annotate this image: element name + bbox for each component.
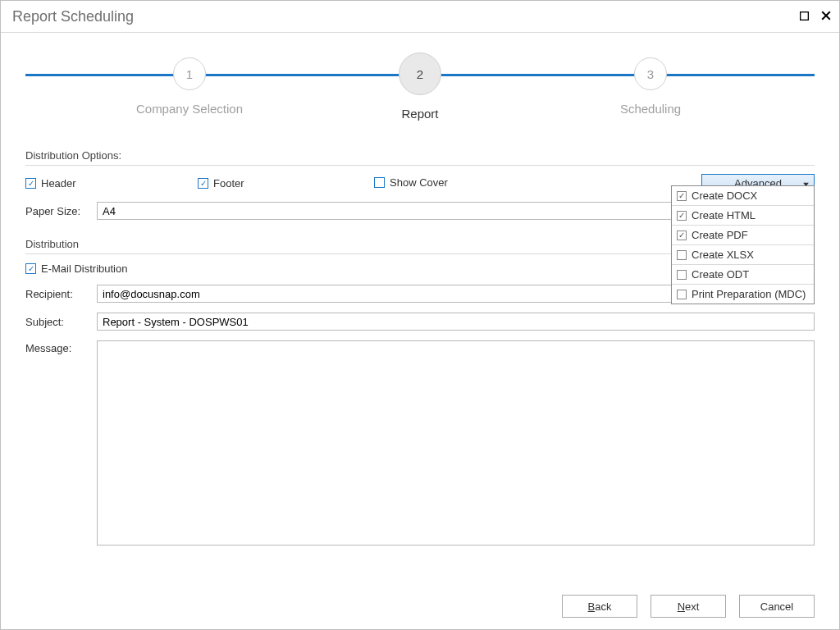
advanced-dropdown-menu: ✓ Create DOCX ✓ Create HTML ✓ Create PDF…: [671, 185, 815, 304]
checkbox-icon: ✓: [677, 191, 687, 201]
checkbox-icon: ✓: [25, 178, 36, 189]
advanced-menu-item-label: Print Preparation (MDC): [692, 288, 806, 300]
recipient-label: Recipient:: [25, 288, 89, 300]
message-textarea[interactable]: [97, 340, 815, 546]
checkbox-icon: ✓: [677, 211, 687, 221]
step-report[interactable]: 2 Report: [363, 48, 477, 121]
step-number: 2: [399, 52, 441, 95]
distribution-options-heading: Distribution Options:: [25, 149, 815, 162]
checkbox-icon: ✓: [25, 263, 36, 274]
close-icon[interactable]: [821, 11, 833, 22]
checkbox-icon: ✓: [374, 177, 385, 188]
cancel-button[interactable]: Cancel: [739, 595, 815, 618]
checkbox-icon: ✓: [677, 231, 687, 240]
email-distribution-checkbox[interactable]: ✓ E-Mail Distribution: [25, 262, 127, 275]
advanced-menu-item-label: Create PDF: [692, 229, 748, 241]
step-company-selection[interactable]: 1 Company Selection: [132, 48, 247, 121]
advanced-menu-item-label: Create ODT: [692, 268, 749, 281]
email-distribution-checkbox-label: E-Mail Distribution: [41, 262, 127, 275]
step-label: Report: [401, 107, 438, 121]
subject-label: Subject:: [25, 316, 89, 328]
maximize-icon[interactable]: [800, 11, 811, 22]
paper-size-label: Paper Size:: [25, 205, 89, 217]
step-scheduling[interactable]: 3 Scheduling: [593, 48, 708, 121]
advanced-menu-item-label: Create HTML: [692, 209, 756, 221]
paper-size-input[interactable]: [97, 202, 686, 220]
wizard-stepper: 1 Company Selection 2 Report 3 Schedulin…: [25, 48, 815, 130]
back-button[interactable]: Back: [562, 595, 637, 618]
message-label: Message:: [25, 340, 89, 354]
next-button[interactable]: Next: [651, 595, 726, 618]
step-number: 3: [634, 57, 667, 90]
advanced-menu-item-create-xlsx[interactable]: ✓ Create XLSX: [672, 245, 814, 265]
subject-input[interactable]: [97, 313, 815, 331]
step-label: Scheduling: [620, 102, 681, 116]
checkbox-icon: ✓: [198, 178, 208, 189]
advanced-menu-item-create-html[interactable]: ✓ Create HTML: [672, 206, 814, 226]
window-controls: [800, 11, 833, 22]
step-label: Company Selection: [136, 102, 243, 116]
checkbox-icon: ✓: [677, 250, 687, 260]
step-number: 1: [173, 57, 206, 90]
show-cover-checkbox-label: Show Cover: [390, 176, 448, 189]
advanced-menu-item-label: Create XLSX: [692, 249, 754, 261]
show-cover-checkbox[interactable]: ✓ Show Cover: [374, 176, 448, 189]
checkbox-icon: ✓: [677, 270, 687, 280]
advanced-menu-item-create-pdf[interactable]: ✓ Create PDF: [672, 226, 814, 245]
advanced-menu-item-label: Create DOCX: [692, 189, 757, 202]
advanced-menu-item-create-docx[interactable]: ✓ Create DOCX: [672, 186, 814, 206]
advanced-menu-item-print-preparation[interactable]: ✓ Print Preparation (MDC): [672, 285, 814, 304]
svg-rect-0: [801, 12, 809, 21]
footer-checkbox[interactable]: ✓ Footer: [198, 177, 244, 189]
checkbox-icon: ✓: [677, 290, 687, 299]
header-checkbox-label: Header: [41, 177, 76, 189]
footer-checkbox-label: Footer: [213, 177, 244, 189]
advanced-menu-item-create-odt[interactable]: ✓ Create ODT: [672, 265, 814, 285]
header-checkbox[interactable]: ✓ Header: [25, 177, 76, 189]
divider: [25, 165, 815, 166]
window-title: Report Scheduling: [12, 8, 134, 25]
